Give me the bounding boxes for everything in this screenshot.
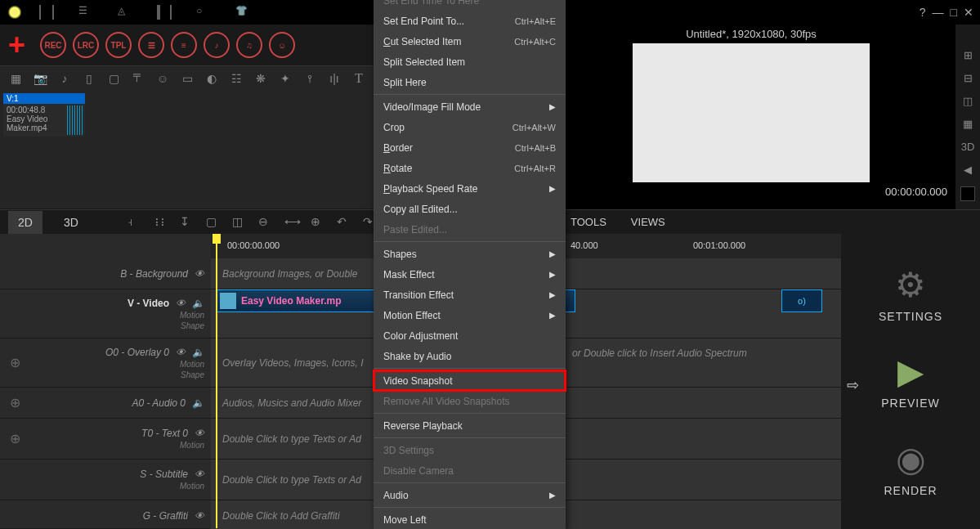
grid-icon[interactable]: ⫶⫶ (154, 215, 168, 230)
speaker-icon[interactable]: 🔈 (192, 298, 204, 309)
eq-icon[interactable]: ı|ı (327, 71, 342, 86)
top-icon-5[interactable]: ○ (196, 5, 211, 20)
render-button[interactable]: ◉ RENDER (884, 439, 937, 497)
track-bg-label[interactable]: B - Background 👁 (0, 258, 211, 289)
cm-mask[interactable]: Mask Effect ▶ (374, 264, 566, 285)
cm-disable-camera[interactable]: Disable Camera (374, 460, 566, 481)
tab-2d[interactable]: 2D (8, 211, 43, 234)
list2-icon[interactable]: ☷ (229, 71, 244, 86)
top-icon-1[interactable] (39, 5, 54, 20)
lrc-button[interactable]: LRC (73, 32, 99, 58)
preview-canvas[interactable] (633, 43, 870, 182)
minimize-button[interactable]: — (933, 6, 944, 19)
cm-split-here[interactable]: Split Here (374, 72, 566, 92)
cm-transition[interactable]: Transition Effect ▶ (374, 285, 566, 305)
cm-rotate[interactable]: Rotate Ctrl+Alt+R (374, 158, 566, 178)
puzzle-icon[interactable]: ✦ (278, 71, 293, 86)
list-button[interactable]: ☰ (138, 32, 164, 58)
cm-color-adj[interactable]: Color Adjustment (374, 325, 566, 346)
camera-icon[interactable]: 📷 (33, 71, 47, 86)
close-button[interactable]: ✕ (964, 6, 973, 19)
playhead[interactable] (216, 234, 217, 528)
eye-icon[interactable]: 👁 (195, 510, 204, 522)
top-icon-2[interactable]: ☰ (78, 5, 93, 20)
cm-move-left[interactable]: Move Left (374, 509, 566, 529)
align-icon[interactable]: ⫞ (128, 215, 142, 230)
track-graffiti-label[interactable]: G - Graffiti 👁 (0, 500, 211, 529)
layout-icon[interactable]: ▦ (8, 71, 23, 86)
smile-icon[interactable]: ☺ (155, 71, 170, 86)
cm-cut[interactable]: Cut Selected Item Ctrl+Alt+C (374, 31, 566, 52)
zoom-out-icon[interactable]: ⊖ (258, 215, 273, 230)
zoom-in-icon[interactable]: ⊕ (311, 215, 325, 230)
top-icon-3[interactable]: ◬ (118, 5, 132, 20)
settings-button[interactable]: ⚙ SETTINGS (879, 265, 942, 323)
music-button[interactable]: ♪ (204, 32, 230, 58)
film-icon[interactable]: ▯ (82, 71, 96, 86)
text-icon[interactable]: 〒 (131, 71, 145, 86)
eye-icon[interactable]: 👁 (195, 468, 204, 480)
cm-speed[interactable]: Playback Speed Rate ▶ (374, 178, 566, 199)
track-text-label[interactable]: ⊕ T0 - Text 0 👁 Motion (0, 419, 211, 460)
tab-views[interactable]: VIEWS (631, 216, 665, 228)
undo-icon[interactable]: ↶ (337, 215, 351, 230)
cm-audio[interactable]: Audio ▶ (374, 485, 566, 505)
track-subtitle-label[interactable]: S - Subtitle 👁 Motion (0, 460, 211, 500)
tab-3d[interactable]: 3D (54, 211, 88, 234)
sel2-icon[interactable]: ◫ (232, 215, 247, 230)
track-video-label[interactable]: V - Video 👁 🔈 Motion Shape (0, 289, 211, 338)
top-icon-4[interactable] (157, 5, 172, 20)
add-button[interactable]: + (8, 28, 25, 62)
eye-icon[interactable]: 👁 (176, 298, 186, 309)
wave-button[interactable]: ♫ (236, 32, 262, 58)
menu-button[interactable]: ≡ (171, 32, 197, 58)
sel-icon[interactable]: ▢ (206, 215, 221, 230)
tpl-button[interactable]: TPL (105, 32, 132, 58)
speaker-icon[interactable]: 🔈 (192, 397, 204, 409)
strip-icon-3[interactable]: ◫ (960, 95, 975, 110)
cm-3d-settings[interactable]: 3D Settings (374, 440, 566, 460)
type-icon[interactable]: T (351, 71, 366, 86)
cm-motion[interactable]: Motion Effect ▶ (374, 305, 566, 325)
cm-copy-all[interactable]: Copy all Edited... (374, 199, 566, 219)
preview-button[interactable]: ▶ PREVIEW (881, 352, 940, 410)
cm-fill-mode[interactable]: Video/Image Fill Mode ▶ (374, 96, 566, 117)
rec-button[interactable]: REC (40, 32, 66, 58)
cm-reverse[interactable]: Reverse Playback (374, 415, 566, 436)
note-icon[interactable]: ♪ (57, 71, 72, 86)
video-clip-end[interactable]: o) (781, 289, 822, 312)
add-track-icon[interactable]: ⊕ (10, 431, 20, 446)
eye-icon[interactable]: 👁 (195, 268, 204, 280)
slider-icon[interactable]: ⫯ (302, 71, 317, 86)
tab-tools[interactable]: TOOLS (571, 216, 606, 228)
strip-icon-2[interactable]: ⊟ (960, 72, 975, 87)
cm-crop[interactable]: Crop Ctrl+Alt+W (374, 117, 566, 137)
flower-icon[interactable]: ❋ (253, 71, 268, 86)
speaker-icon[interactable]: 🔈 (192, 347, 204, 358)
contrast-icon[interactable]: ◐ (204, 71, 219, 86)
cm-shake[interactable]: Shake by Audio (374, 346, 566, 366)
cm-paste-edited[interactable]: Paste Edited... (374, 219, 566, 240)
media-clip[interactable]: V:1 00:00:48.8 Easy Video Maker.mp4 (3, 93, 85, 137)
eye-icon[interactable]: 👁 (195, 428, 204, 439)
cm-split[interactable]: Split Selected Item (374, 52, 566, 72)
down-icon[interactable]: ↧ (180, 215, 195, 230)
cm-shapes[interactable]: Shapes ▶ (374, 244, 566, 264)
strip-icon-4[interactable]: ▦ (960, 118, 975, 132)
battery-icon[interactable]: ▭ (180, 71, 195, 86)
user-button[interactable]: ☺ (269, 32, 295, 58)
maximize-button[interactable]: □ (951, 6, 957, 19)
cm-remove-snapshots[interactable]: Remove All Video Snapshots (374, 391, 566, 411)
cm-video-snapshot[interactable]: Video Snapshot (374, 370, 566, 391)
track-audio-label[interactable]: ⊕ A0 - Audio 0 🔈 (0, 388, 211, 419)
eye-icon[interactable]: 👁 (176, 347, 186, 358)
strip-tri-icon[interactable]: ◀ (960, 164, 975, 178)
fit-icon[interactable]: ⟷ (284, 215, 299, 230)
cm-set-end-point[interactable]: Set End Point To... Ctrl+Alt+E (374, 11, 566, 31)
top-icon-6[interactable]: 👕 (235, 5, 250, 20)
strip-color-icon[interactable] (960, 186, 975, 201)
add-track-icon[interactable]: ⊕ (10, 355, 20, 370)
strip-icon-1[interactable]: ⊞ (960, 49, 975, 64)
strip-3d-icon[interactable]: 3D (960, 141, 975, 155)
cm-set-end-time[interactable]: Set End Time To Here (374, 0, 566, 11)
